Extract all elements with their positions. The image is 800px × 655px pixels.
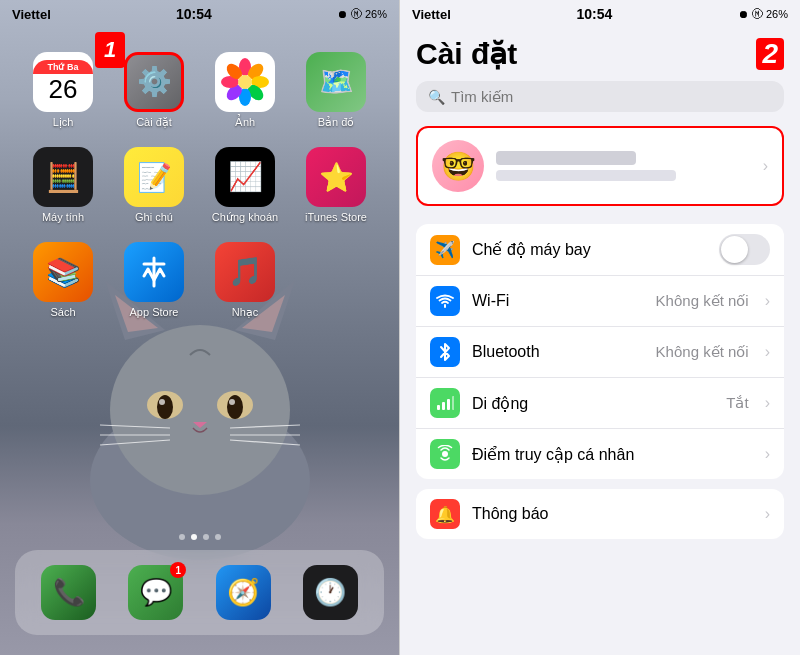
settings-row-airplane[interactable]: ✈️ Chế độ máy bay	[416, 224, 784, 276]
hotspot-label: Điểm truy cập cá nhân	[472, 445, 753, 464]
music-icon: 🎵	[215, 242, 275, 302]
svg-rect-31	[447, 399, 450, 410]
notifications-label: Thông báo	[472, 505, 753, 523]
app-appstore[interactable]: App Store	[111, 235, 197, 325]
dot-3	[203, 534, 209, 540]
avatar: 🤓	[432, 140, 484, 192]
calendar-date: 26	[47, 74, 80, 104]
svg-rect-30	[442, 402, 445, 410]
notes-label: Ghi chú	[135, 211, 173, 223]
stocks-icon: 📈	[215, 147, 275, 207]
svg-point-8	[157, 395, 173, 419]
itunes-label: iTunes Store	[305, 211, 367, 223]
airplane-label: Chế độ máy bay	[472, 240, 707, 259]
right-time: 10:54	[576, 6, 612, 22]
notes-icon: 📝	[124, 147, 184, 207]
airplane-toggle[interactable]	[719, 234, 770, 265]
dot-1	[179, 534, 185, 540]
calendar-label: Lịch	[53, 116, 74, 129]
dock-phone[interactable]: 📞	[41, 565, 96, 620]
books-label: Sách	[50, 306, 75, 318]
search-input[interactable]	[451, 88, 772, 105]
settings-row-notifications[interactable]: 🔔 Thông báo ›	[416, 489, 784, 539]
battery-indicators: ⏺ Ⓜ 26%	[337, 8, 387, 20]
maps-label: Bản đồ	[318, 116, 355, 129]
phone-icon: 📞	[41, 565, 96, 620]
dock-safari[interactable]: 🧭	[216, 565, 271, 620]
dock-clock[interactable]: 🕐	[303, 565, 358, 620]
calendar-icon: Thứ Ba 26	[33, 52, 93, 112]
appstore-label: App Store	[130, 306, 179, 318]
settings-group-notifications: 🔔 Thông báo ›	[416, 489, 784, 539]
wifi-value: Không kết nối	[656, 292, 749, 310]
step-1-badge: 1	[95, 32, 125, 68]
svg-point-11	[229, 399, 235, 405]
hotspot-icon	[430, 439, 460, 469]
svg-point-28	[238, 75, 252, 89]
calculator-icon: 🧮	[33, 147, 93, 207]
svg-point-9	[227, 395, 243, 419]
profile-subtitle-blurred	[496, 170, 676, 181]
app-calculator[interactable]: 🧮 Máy tính	[20, 140, 106, 230]
settings-label: Cài đặt	[136, 116, 172, 129]
bluetooth-value: Không kết nối	[656, 343, 749, 361]
app-maps[interactable]: 🗺️ Bản đồ	[293, 45, 379, 135]
stocks-label: Chứng khoán	[212, 211, 278, 224]
messages-icon: 💬 1	[128, 565, 183, 620]
music-label: Nhạc	[232, 306, 259, 319]
airplane-icon: ✈️	[430, 235, 460, 265]
app-blank	[293, 235, 379, 325]
page-indicator	[0, 534, 399, 540]
profile-info	[496, 151, 751, 181]
carrier-label: Viettel	[12, 7, 51, 22]
settings-row-wifi[interactable]: Wi-Fi Không kết nối ›	[416, 276, 784, 327]
messages-badge: 1	[170, 562, 186, 578]
cellular-label: Di động	[472, 394, 714, 413]
app-itunes[interactable]: ⭐ iTunes Store	[293, 140, 379, 230]
notifications-icon: 🔔	[430, 499, 460, 529]
app-calendar[interactable]: Thứ Ba 26 Lịch	[20, 45, 106, 135]
calendar-day-of-week: Thứ Ba	[33, 60, 93, 74]
step-2-badge: 2	[756, 38, 784, 70]
app-music[interactable]: 🎵 Nhạc	[202, 235, 288, 325]
settings-row-hotspot[interactable]: Điểm truy cập cá nhân ›	[416, 429, 784, 479]
itunes-icon: ⭐	[306, 147, 366, 207]
right-carrier: Viettel	[412, 7, 451, 22]
dock: 📞 💬 1 🧭 🕐	[15, 550, 384, 635]
maps-icon: 🗺️	[306, 52, 366, 112]
cellular-value: Tắt	[726, 394, 748, 412]
profile-row[interactable]: 🤓 ›	[416, 126, 784, 206]
settings-group-connectivity: ✈️ Chế độ máy bay Wi-Fi Không kết nối ›	[416, 224, 784, 479]
settings-row-cellular[interactable]: Di động Tắt ›	[416, 378, 784, 429]
cellular-icon	[430, 388, 460, 418]
wifi-icon	[430, 286, 460, 316]
svg-point-33	[442, 451, 448, 457]
photos-label: Ảnh	[235, 116, 255, 129]
status-bar: Viettel 10:54 ⏺ Ⓜ 26%	[0, 0, 399, 28]
dock-messages[interactable]: 💬 1	[128, 565, 183, 620]
clock-icon: 🕐	[303, 565, 358, 620]
calculator-label: Máy tính	[42, 211, 84, 223]
dot-2	[191, 534, 197, 540]
svg-point-10	[159, 399, 165, 405]
search-bar[interactable]: 🔍	[416, 81, 784, 112]
app-notes[interactable]: 📝 Ghi chú	[111, 140, 197, 230]
app-grid: Thứ Ba 26 Lịch ⚙️ Cài đặt	[0, 35, 399, 335]
right-status-bar: Viettel 10:54 ⏺ Ⓜ 26%	[400, 0, 800, 28]
bluetooth-chevron-icon: ›	[765, 343, 770, 361]
hotspot-chevron-icon: ›	[765, 445, 770, 463]
app-photos[interactable]: Ảnh	[202, 45, 288, 135]
settings-row-bluetooth[interactable]: Bluetooth Không kết nối ›	[416, 327, 784, 378]
settings-icon: ⚙️	[124, 52, 184, 112]
app-books[interactable]: 📚 Sách	[20, 235, 106, 325]
cellular-chevron-icon: ›	[765, 394, 770, 412]
wifi-label: Wi-Fi	[472, 292, 644, 310]
notifications-chevron-icon: ›	[765, 505, 770, 523]
time-label: 10:54	[176, 6, 212, 22]
search-icon: 🔍	[428, 89, 445, 105]
bluetooth-label: Bluetooth	[472, 343, 644, 361]
svg-rect-32	[452, 396, 454, 410]
svg-rect-29	[437, 405, 440, 410]
dot-4	[215, 534, 221, 540]
app-stocks[interactable]: 📈 Chứng khoán	[202, 140, 288, 230]
